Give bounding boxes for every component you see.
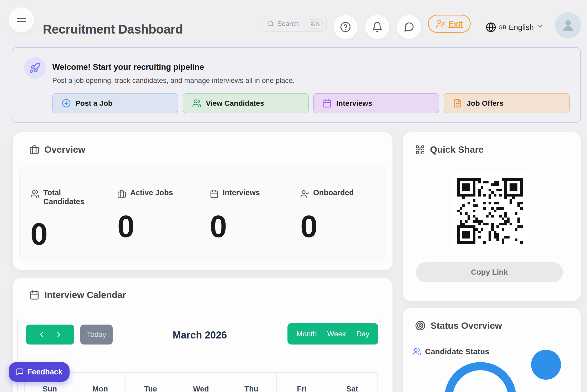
users-icon [30, 189, 39, 198]
stat-value: 0 [300, 211, 354, 242]
calendar-weekday-header: Sun Mon Tue Wed Thu Fri Sat [24, 372, 378, 392]
status-title: Status Overview [431, 320, 502, 331]
weekday-cell: Fri [276, 373, 327, 392]
help-icon [340, 22, 351, 33]
status-overview-card: Status Overview Candidate Status [403, 308, 581, 392]
job-offers-button[interactable]: Job Offers [444, 93, 570, 113]
weekday-cell: Mon [75, 373, 125, 392]
page-title: Recruitment Dashboard [43, 22, 183, 36]
weekday-cell: Thu [226, 373, 276, 392]
recruitment-dashboard-page: Recruitment Dashboard Search ⌘K Exit GB … [0, 0, 587, 392]
view-candidates-button[interactable]: View Candidates [183, 93, 309, 113]
users-icon [192, 99, 201, 108]
search-icon [267, 20, 274, 27]
quick-share-title: Quick Share [430, 144, 484, 155]
welcome-banner: Welcome! Start your recruiting pipeline … [12, 47, 581, 123]
briefcase-icon [117, 189, 126, 198]
target-icon [415, 320, 426, 331]
exit-label: Exit [448, 19, 463, 28]
copy-link-button[interactable]: Copy Link [416, 262, 563, 282]
interview-calendar-card: Interview Calendar Today March 2026 Mont… [13, 278, 392, 392]
overview-title: Overview [44, 144, 85, 155]
stat-interviews: Interviews 0 [210, 188, 260, 242]
welcome-title: Welcome! Start your recruiting pipeline [52, 62, 204, 72]
candidate-status-label: Candidate Status [425, 347, 489, 356]
help-button[interactable] [333, 15, 358, 39]
view-day-button[interactable]: Day [356, 330, 369, 338]
weekday-cell: Tue [125, 373, 176, 392]
welcome-subtitle: Post a job opening, track candidates, an… [52, 77, 295, 85]
exit-button[interactable]: Exit [428, 15, 471, 33]
chat-bubble-icon [403, 22, 415, 33]
weekday-cell: Wed [176, 373, 226, 392]
briefcase-icon [29, 145, 39, 155]
stat-label: Interviews [223, 188, 260, 197]
view-week-button[interactable]: Week [327, 330, 346, 338]
messages-button[interactable] [397, 15, 421, 39]
message-square-icon [16, 368, 24, 376]
menu-icon [15, 14, 27, 26]
action-label: Job Offers [467, 99, 504, 108]
qr-code-icon [415, 145, 425, 155]
avatar[interactable] [555, 12, 581, 39]
menu-button[interactable] [9, 7, 34, 33]
rocket-icon [29, 62, 41, 74]
candidate-status-donut-chart [444, 362, 516, 392]
user-icon [561, 18, 575, 33]
user-x-icon [436, 19, 445, 29]
quick-actions: Post a Job View Candidates Interviews Jo… [52, 93, 570, 113]
post-job-button[interactable]: Post a Job [52, 93, 178, 113]
language-label: English [509, 23, 534, 32]
action-label: Post a Job [75, 99, 113, 108]
language-code: GB [499, 24, 506, 30]
candidate-status-legend: Candidate Status [412, 347, 489, 356]
notifications-button[interactable] [365, 15, 389, 39]
calendar-title: Interview Calendar [44, 290, 126, 300]
search-placeholder: Search [277, 20, 299, 28]
stat-total-candidates: Total Candidates 0 [30, 188, 88, 250]
bell-icon [372, 22, 383, 33]
action-label: Interviews [336, 99, 372, 108]
plus-circle-icon [62, 99, 71, 108]
stat-active-jobs: Active Jobs 0 [117, 188, 173, 242]
calendar-widget: Today March 2026 Month Week Day Sun Mon … [17, 316, 382, 392]
stat-label: Total Candidates [43, 188, 88, 206]
search-shortcut-badge: ⌘K [308, 19, 323, 29]
stats-panel: Total Candidates 0 Active Jobs 0 Intervi… [19, 165, 386, 262]
globe-icon [486, 22, 496, 33]
file-text-icon [453, 99, 462, 108]
user-check-icon [300, 189, 309, 198]
view-month-button[interactable]: Month [296, 330, 317, 338]
chevron-down-icon [536, 23, 543, 30]
calendar-view-switcher: Month Week Day [287, 323, 378, 345]
stat-label: Active Jobs [130, 188, 173, 197]
rocket-badge [24, 57, 46, 79]
stat-value: 0 [117, 211, 173, 242]
feedback-button[interactable]: Feedback [9, 362, 70, 382]
stat-value: 0 [30, 219, 88, 250]
qr-code [452, 173, 528, 249]
qr-code-image [457, 178, 523, 244]
search-input[interactable]: Search ⌘K [262, 16, 327, 32]
stat-onboarded: Onboarded 0 [300, 188, 354, 242]
calendar-icon [29, 290, 39, 300]
overview-card: Overview Total Candidates 0 Active Jobs … [13, 132, 392, 270]
calendar-icon [210, 189, 219, 198]
feedback-label: Feedback [27, 368, 62, 376]
interviews-button[interactable]: Interviews [313, 93, 439, 113]
language-selector[interactable]: GB English [486, 21, 543, 34]
stat-label: Onboarded [313, 188, 354, 197]
calendar-icon [323, 99, 332, 108]
action-label: View Candidates [206, 99, 264, 108]
weekday-cell: Sat [327, 373, 377, 392]
chart-dot [531, 350, 561, 380]
quick-share-card: Quick Share Copy Link [403, 132, 581, 301]
users-icon [412, 347, 421, 356]
stat-value: 0 [210, 211, 260, 242]
